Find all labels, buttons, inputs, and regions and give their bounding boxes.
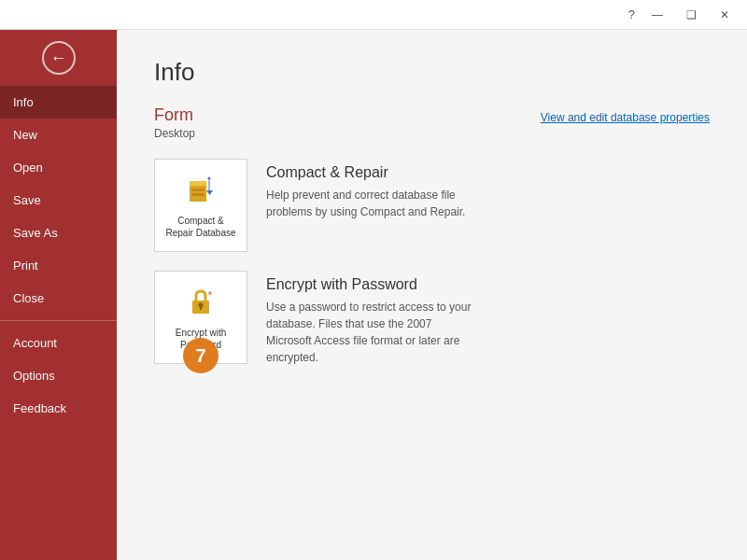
sidebar-divider — [0, 320, 117, 321]
view-edit-properties-link[interactable]: View and edit database properties — [541, 111, 710, 124]
card-compact-repair: Compact &Repair Database Compact & Repai… — [154, 159, 696, 252]
sidebar-item-info[interactable]: Info — [0, 86, 117, 119]
main-content: Info Form Desktop View and edit database… — [117, 30, 747, 560]
title-bar: ? — ❑ ✕ — [0, 0, 747, 30]
back-circle-icon: ← — [42, 41, 76, 75]
encrypt-password-desc: Use a password to restrict access to you… — [266, 299, 472, 366]
maximize-button[interactable]: ❑ — [676, 6, 706, 24]
sidebar: ← Info New Open Save Save As Print C — [0, 30, 117, 560]
svg-rect-3 — [191, 193, 204, 196]
sidebar-item-save-as[interactable]: Save As — [0, 217, 117, 249]
sidebar-label-save: Save — [13, 193, 41, 207]
sidebar-label-new: New — [13, 128, 37, 142]
encrypt-icon-wrapper: * Encrypt withPassword 7 — [154, 271, 247, 364]
compact-repair-icon-box[interactable]: Compact &Repair Database — [154, 159, 247, 252]
compact-repair-icon — [182, 172, 219, 209]
svg-rect-5 — [209, 179, 210, 190]
sidebar-item-new[interactable]: New — [0, 119, 117, 151]
encrypt-password-title: Encrypt with Password — [266, 276, 472, 293]
card-encrypt-password: * Encrypt withPassword 7 Encrypt with Pa… — [154, 271, 696, 366]
sidebar-label-save-as: Save As — [13, 226, 58, 240]
compact-repair-desc: Help prevent and correct database file p… — [266, 187, 472, 220]
sidebar-item-open[interactable]: Open — [0, 151, 117, 184]
sidebar-label-account: Account — [13, 336, 57, 350]
back-arrow-icon: ← — [50, 49, 67, 68]
window-controls: — ❑ ✕ — [642, 6, 740, 24]
encrypt-password-text: Encrypt with Password Use a password to … — [266, 271, 472, 366]
form-label: Form — [154, 105, 195, 125]
sidebar-label-options: Options — [13, 369, 55, 383]
sidebar-label-info: Info — [13, 95, 34, 109]
sidebar-item-save[interactable]: Save — [0, 184, 117, 217]
svg-rect-2 — [191, 189, 204, 191]
svg-rect-9 — [200, 306, 202, 310]
compact-repair-title: Compact & Repair — [266, 164, 472, 181]
sidebar-item-print[interactable]: Print — [0, 249, 117, 282]
sidebar-item-close[interactable]: Close — [0, 282, 117, 315]
cards-area: Compact &Repair Database Compact & Repai… — [154, 159, 696, 366]
app-body: ← Info New Open Save Save As Print C — [0, 30, 747, 560]
svg-rect-1 — [190, 181, 206, 186]
sidebar-item-feedback[interactable]: Feedback — [0, 392, 117, 425]
svg-marker-4 — [207, 176, 211, 179]
sidebar-label-close: Close — [13, 291, 44, 305]
page-title: Info — [154, 58, 710, 87]
sidebar-nav: Info New Open Save Save As Print Close — [0, 86, 117, 560]
help-icon[interactable]: ? — [628, 7, 635, 21]
back-button[interactable]: ← — [0, 30, 117, 86]
sidebar-item-options[interactable]: Options — [0, 359, 117, 392]
svg-text:*: * — [208, 290, 212, 301]
svg-marker-6 — [206, 190, 213, 195]
callout-badge: 7 — [183, 338, 218, 373]
close-button[interactable]: ✕ — [710, 6, 740, 24]
compact-repair-text: Compact & Repair Help prevent and correc… — [266, 159, 472, 220]
sidebar-item-account[interactable]: Account — [0, 327, 117, 359]
minimize-button[interactable]: — — [642, 6, 672, 24]
form-sublabel: Desktop — [154, 127, 195, 140]
encrypt-password-icon: * — [182, 284, 219, 321]
compact-repair-icon-label: Compact &Repair Database — [165, 215, 235, 239]
sidebar-label-open: Open — [13, 161, 43, 175]
sidebar-label-print: Print — [13, 259, 38, 273]
sidebar-label-feedback: Feedback — [13, 401, 66, 415]
